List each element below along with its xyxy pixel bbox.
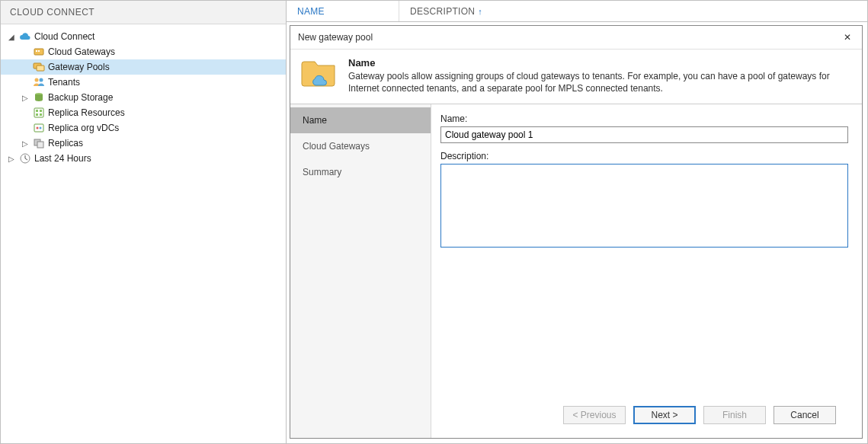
tree-item-replica-org-vdcs[interactable]: Replica org vDCs xyxy=(1,120,286,136)
wizard-content: Name: Description: < Previous Next > Fin… xyxy=(431,104,862,438)
gateway-icon xyxy=(33,46,45,58)
name-input[interactable] xyxy=(440,126,848,143)
description-input[interactable] xyxy=(440,164,848,248)
cancel-button[interactable]: Cancel xyxy=(774,406,836,424)
dialog-body: Name Cloud Gateways Summary Name: Descri… xyxy=(290,104,862,438)
tree-label: Backup Storage xyxy=(48,92,113,103)
tree-label: Replicas xyxy=(48,138,83,149)
replicas-icon xyxy=(33,137,45,149)
main-area: NAME DESCRIPTION ↑ New gateway pool ✕ xyxy=(287,1,867,443)
svg-point-6 xyxy=(40,78,43,82)
next-button[interactable]: Next > xyxy=(633,406,696,424)
svg-point-14 xyxy=(37,127,39,129)
svg-rect-10 xyxy=(40,110,42,112)
storage-icon xyxy=(33,91,45,104)
tree-label: Replica org vDCs xyxy=(48,123,119,133)
chevron-down-icon[interactable]: ◢ xyxy=(7,33,16,41)
tree-label: Last 24 Hours xyxy=(34,153,91,164)
svg-rect-11 xyxy=(36,113,38,116)
nav-tree: ◢ Cloud Connect Cloud Gateways Gateway P… xyxy=(1,24,286,171)
svg-rect-4 xyxy=(37,65,44,71)
dialog-header-text: Name Gateway pools allow assigning group… xyxy=(348,57,851,94)
tree-item-backup-storage[interactable]: ▷ Backup Storage xyxy=(1,90,286,105)
chevron-right-icon[interactable]: ▷ xyxy=(21,139,30,148)
svg-rect-2 xyxy=(38,50,40,52)
svg-rect-13 xyxy=(34,124,43,132)
dialog-titlebar: New gateway pool ✕ xyxy=(290,26,862,50)
column-header-row: NAME DESCRIPTION ↑ xyxy=(287,1,867,22)
wizard-step-cloud-gateways[interactable]: Cloud Gateways xyxy=(290,133,431,159)
dialog-button-row: < Previous Next > Finish Cancel xyxy=(440,398,848,432)
tree-label: Gateway Pools xyxy=(48,62,110,72)
tenants-icon xyxy=(33,76,45,88)
pool-icon xyxy=(33,61,45,73)
svg-point-15 xyxy=(40,127,42,129)
tree-item-replica-resources[interactable]: Replica Resources xyxy=(1,105,286,120)
sidebar: CLOUD CONNECT ◢ Cloud Connect Cloud Gate… xyxy=(1,1,287,443)
svg-rect-8 xyxy=(34,108,43,117)
wizard-steps-nav: Name Cloud Gateways Summary xyxy=(290,104,431,438)
svg-rect-1 xyxy=(36,50,37,52)
svg-rect-12 xyxy=(40,113,42,116)
new-gateway-pool-dialog: New gateway pool ✕ Name Gateway pools al… xyxy=(290,25,863,439)
svg-rect-17 xyxy=(37,142,43,148)
tree-item-replicas[interactable]: ▷ Replicas xyxy=(1,136,286,151)
close-button[interactable]: ✕ xyxy=(841,30,854,44)
tree-label: Cloud Gateways xyxy=(48,46,115,57)
column-header-description[interactable]: DESCRIPTION ↑ xyxy=(399,1,867,21)
wizard-step-name[interactable]: Name xyxy=(290,107,431,133)
vdc-icon xyxy=(33,122,45,134)
tree-label: Tenants xyxy=(48,77,80,88)
column-label: DESCRIPTION xyxy=(410,6,475,17)
tree-item-cloud-connect[interactable]: ◢ Cloud Connect xyxy=(1,29,286,44)
dialog-header-description: Gateway pools allow assigning groups of … xyxy=(348,70,851,94)
chevron-right-icon[interactable]: ▷ xyxy=(7,155,16,163)
tree-item-cloud-gateways[interactable]: Cloud Gateways xyxy=(1,44,286,59)
tree-item-last-24-hours[interactable]: ▷ Last 24 Hours xyxy=(1,151,286,166)
close-icon: ✕ xyxy=(844,32,851,43)
clock-icon xyxy=(19,152,31,165)
svg-rect-9 xyxy=(36,110,38,112)
sidebar-title: CLOUD CONNECT xyxy=(1,1,286,24)
tree-item-gateway-pools[interactable]: Gateway Pools xyxy=(1,59,286,75)
wizard-step-summary[interactable]: Summary xyxy=(290,159,431,185)
chevron-right-icon[interactable]: ▷ xyxy=(21,94,30,102)
tree-label: Cloud Connect xyxy=(34,31,94,42)
folder-cloud-icon xyxy=(301,57,338,91)
tree-label: Replica Resources xyxy=(48,107,125,118)
cloud-icon xyxy=(19,30,31,43)
name-field-label: Name: xyxy=(440,113,848,124)
previous-button: < Previous xyxy=(563,406,626,424)
dialog-header-title: Name xyxy=(348,57,851,69)
tree-item-tenants[interactable]: Tenants xyxy=(1,75,286,90)
dialog-header: Name Gateway pools allow assigning group… xyxy=(290,50,862,104)
dialog-title-text: New gateway pool xyxy=(298,32,373,43)
description-field-label: Description: xyxy=(440,151,848,161)
svg-point-5 xyxy=(35,78,39,82)
column-header-name[interactable]: NAME xyxy=(287,1,399,21)
resources-icon xyxy=(33,107,45,119)
sort-ascending-icon: ↑ xyxy=(478,7,482,16)
column-label: NAME xyxy=(297,6,325,17)
finish-button: Finish xyxy=(703,406,766,424)
